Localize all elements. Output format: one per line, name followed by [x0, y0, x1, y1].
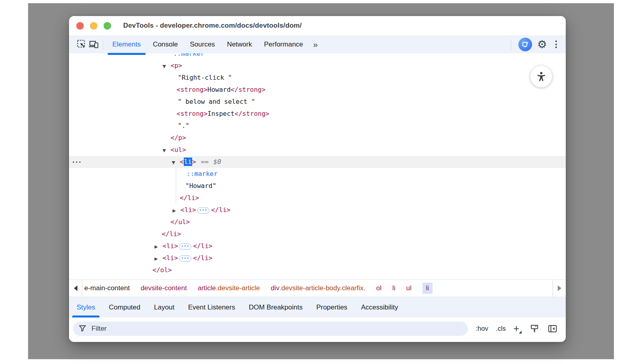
- breadcrumb-item[interactable]: li: [423, 283, 433, 294]
- dom-tree-row[interactable]: </li>: [69, 228, 566, 240]
- dom-tag: <ul>: [171, 146, 186, 154]
- inspect-icon[interactable]: [75, 38, 87, 51]
- dom-tree-row[interactable]: </p>: [69, 132, 566, 144]
- expand-ellipsis-button[interactable]: •••: [179, 255, 192, 262]
- breadcrumb-scroll-right-icon[interactable]: [553, 280, 566, 297]
- breadcrumb-node-part: ul: [406, 284, 411, 292]
- dom-tag: </li>: [193, 254, 212, 262]
- expand-arrow-icon[interactable]: ▼: [172, 157, 180, 169]
- dom-tag: </li>: [162, 230, 181, 238]
- tab-layout[interactable]: Layout: [147, 297, 181, 317]
- devtools-window: DevTools - developer.chrome.com/docs/dev…: [69, 16, 566, 342]
- expand-arrow-icon[interactable]: ▶: [173, 205, 181, 217]
- breadcrumb-item[interactable]: div.devsite-article-body.clearfix.: [271, 284, 366, 292]
- dom-tag-selected: li: [184, 158, 192, 166]
- dom-tag: </li>: [180, 194, 199, 202]
- tab-elements[interactable]: Elements: [106, 35, 147, 53]
- dom-tree-row[interactable]: <strong>Inspect</strong>: [69, 108, 566, 120]
- breadcrumb-node-part: li: [426, 284, 429, 292]
- rendering-brush-icon[interactable]: [529, 324, 540, 334]
- dom-tree-pane[interactable]: ::marker▼<p>"Right-click "<strong>Howard…: [69, 53, 566, 279]
- expand-arrow-icon[interactable]: ▶: [154, 253, 163, 265]
- tab-console[interactable]: Console: [147, 35, 184, 53]
- dom-tree-row[interactable]: </li>: [69, 192, 566, 204]
- breadcrumb-node-part: div: [271, 284, 280, 292]
- dom-tree-row[interactable]: ".": [69, 120, 566, 132]
- new-style-rule-plus-icon[interactable]: +: [513, 324, 522, 334]
- dom-tree-row[interactable]: </ul>: [69, 216, 566, 228]
- tab-styles[interactable]: Styles: [70, 297, 102, 317]
- more-panels-chevron-icon[interactable]: »: [309, 40, 321, 49]
- minimize-window-button[interactable]: [90, 22, 98, 30]
- breadcrumb-node-part: li: [392, 284, 396, 292]
- dom-tree-row[interactable]: ▶<li>•••</li>: [69, 252, 566, 264]
- expand-ellipsis-button[interactable]: •••: [197, 207, 210, 214]
- dom-tree-row[interactable]: ::marker: [69, 168, 566, 180]
- dom-rows: ::marker▼<p>"Right-click "<strong>Howard…: [69, 53, 566, 276]
- dom-tree-row[interactable]: ▼<p>: [69, 60, 566, 72]
- accessibility-widget-button[interactable]: [530, 66, 552, 87]
- filter-input[interactable]: [91, 325, 462, 333]
- breadcrumb-bar: e-main-contentdevsite-contentarticle.dev…: [69, 279, 566, 297]
- more-menu-kebab-icon[interactable]: [552, 40, 560, 48]
- dom-tree-row[interactable]: <strong>Howard</strong>: [69, 84, 566, 96]
- tab-properties[interactable]: Properties: [309, 297, 354, 317]
- dom-tag: <strong>: [177, 110, 207, 117]
- dom-text-node: ".": [178, 122, 189, 129]
- tab-performance[interactable]: Performance: [258, 35, 309, 53]
- dom-tag: </ul>: [171, 218, 190, 226]
- equals-operator: ==: [201, 158, 209, 166]
- breadcrumb-item[interactable]: e-main-content: [84, 284, 130, 292]
- breadcrumb-item[interactable]: ol: [376, 284, 382, 292]
- dom-tag: >: [192, 158, 196, 166]
- dom-tree-row[interactable]: ▼<ul>: [69, 144, 566, 156]
- expand-arrow-icon[interactable]: ▼: [163, 61, 171, 73]
- dom-tree-row[interactable]: ▶<li>•••</li>: [69, 204, 566, 216]
- dom-tag: <li>: [163, 242, 178, 250]
- title-bar: DevTools - developer.chrome.com/docs/dev…: [69, 16, 566, 35]
- toggle-class-button[interactable]: .cls: [496, 325, 506, 332]
- breadcrumb-item[interactable]: devsite-content: [140, 284, 187, 292]
- style-filter-field[interactable]: [73, 322, 468, 336]
- ai-assistant-icon[interactable]: [518, 38, 532, 51]
- expand-ellipsis-button[interactable]: •••: [179, 243, 192, 250]
- dom-text-node: " below and select ": [178, 98, 255, 105]
- tab-dom-breakpoints[interactable]: DOM Breakpoints: [242, 297, 309, 317]
- dom-tag: </ol>: [152, 266, 172, 274]
- tab-network[interactable]: Network: [221, 35, 258, 53]
- dom-tree-row[interactable]: "Right-click ": [69, 72, 566, 84]
- close-window-button[interactable]: [76, 22, 84, 30]
- window-title: DevTools - developer.chrome.com/docs/dev…: [123, 22, 302, 30]
- dom-tree-row[interactable]: ▶<li>•••</li>: [69, 240, 566, 252]
- dom-tag: </strong>: [231, 86, 266, 93]
- settings-gear-icon[interactable]: ⚙: [536, 38, 548, 51]
- sidebar-dock-icon[interactable]: [547, 324, 558, 334]
- device-toolbar-icon[interactable]: [87, 38, 100, 51]
- maximize-window-button[interactable]: [104, 22, 111, 30]
- tab-accessibility[interactable]: Accessibility: [354, 297, 405, 317]
- tab-computed[interactable]: Computed: [102, 297, 147, 317]
- dom-text-node: "Howard": [185, 182, 216, 190]
- expand-arrow-icon[interactable]: ▶: [154, 241, 163, 253]
- dom-pseudo-element: ::marker: [173, 53, 204, 57]
- dom-tree-row[interactable]: </ol>: [69, 264, 566, 276]
- breadcrumb-item[interactable]: li: [392, 284, 396, 292]
- dom-text-node: Howard: [207, 86, 231, 93]
- breadcrumb-item[interactable]: article.devsite-article: [198, 284, 260, 292]
- dom-tree-row[interactable]: "Howard": [69, 180, 566, 192]
- row-actions-dots-icon[interactable]: •••: [72, 156, 82, 168]
- panel-tabs: ElementsConsoleSourcesNetworkPerformance: [106, 35, 309, 53]
- expand-arrow-icon[interactable]: ▼: [163, 145, 171, 157]
- tab-sources[interactable]: Sources: [184, 35, 221, 53]
- toggle-hover-state-button[interactable]: :hov: [475, 325, 488, 332]
- dom-tag: <: [180, 158, 184, 166]
- breadcrumb-scroll-left-icon[interactable]: [69, 280, 82, 297]
- toolbar-divider: [103, 39, 103, 50]
- dom-tag: </strong>: [235, 110, 270, 117]
- styles-tab-bar: StylesComputedLayoutEvent ListenersDOM B…: [69, 297, 566, 317]
- dom-tree-row[interactable]: " below and select ": [69, 96, 566, 108]
- traffic-lights: [69, 22, 111, 30]
- tab-event-listeners[interactable]: Event Listeners: [181, 297, 242, 317]
- dom-tree-row-selected[interactable]: •••▼<li>==$0: [69, 156, 566, 168]
- breadcrumb-item[interactable]: ul: [406, 284, 411, 292]
